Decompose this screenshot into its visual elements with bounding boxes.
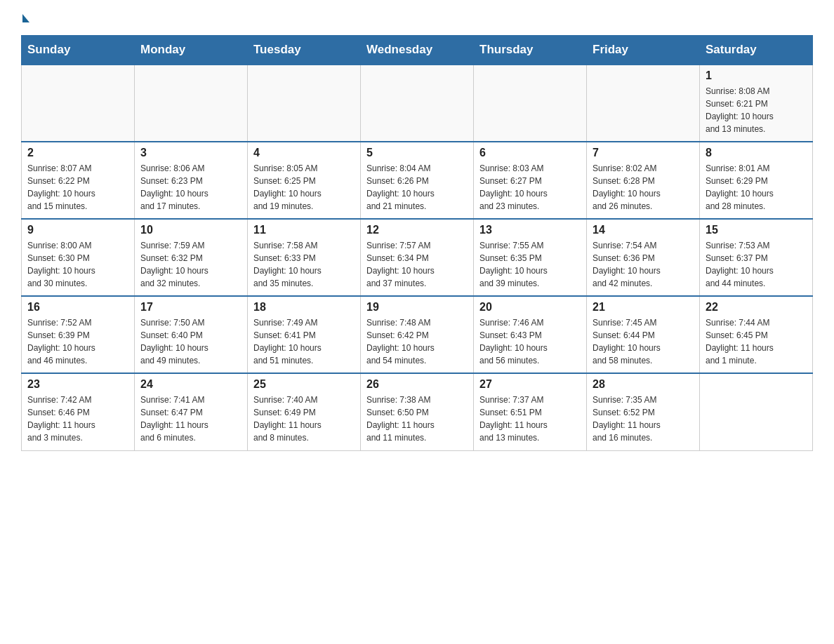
day-number: 24 [140, 378, 241, 391]
week-row-2: 2Sunrise: 8:07 AM Sunset: 6:22 PM Daylig… [22, 142, 813, 219]
day-info: Sunrise: 8:05 AM Sunset: 6:25 PM Dayligh… [253, 162, 355, 213]
calendar-cell: 3Sunrise: 8:06 AM Sunset: 6:23 PM Daylig… [135, 142, 248, 219]
day-number: 9 [27, 224, 128, 236]
calendar-cell: 20Sunrise: 7:46 AM Sunset: 6:43 PM Dayli… [474, 296, 587, 373]
day-number: 13 [479, 224, 581, 236]
day-number: 4 [253, 147, 355, 159]
calendar-cell: 4Sunrise: 8:05 AM Sunset: 6:25 PM Daylig… [248, 142, 361, 219]
day-info: Sunrise: 7:44 AM Sunset: 6:45 PM Dayligh… [706, 316, 807, 367]
day-info: Sunrise: 8:01 AM Sunset: 6:29 PM Dayligh… [706, 162, 807, 213]
day-number: 6 [479, 147, 581, 159]
day-header-wednesday: Wednesday [361, 36, 474, 65]
day-header-saturday: Saturday [700, 36, 813, 65]
day-number: 7 [593, 147, 694, 159]
week-row-1: 1Sunrise: 8:08 AM Sunset: 6:21 PM Daylig… [22, 65, 813, 142]
calendar-cell: 24Sunrise: 7:41 AM Sunset: 6:47 PM Dayli… [135, 373, 248, 450]
day-number: 19 [366, 301, 468, 314]
week-row-4: 16Sunrise: 7:52 AM Sunset: 6:39 PM Dayli… [22, 296, 813, 373]
day-info: Sunrise: 8:03 AM Sunset: 6:27 PM Dayligh… [479, 162, 581, 213]
day-info: Sunrise: 7:55 AM Sunset: 6:35 PM Dayligh… [479, 239, 581, 290]
day-info: Sunrise: 8:04 AM Sunset: 6:26 PM Dayligh… [366, 162, 468, 213]
calendar-cell: 5Sunrise: 8:04 AM Sunset: 6:26 PM Daylig… [361, 142, 474, 219]
day-number: 10 [140, 224, 241, 236]
day-number: 17 [140, 301, 241, 314]
calendar-cell: 27Sunrise: 7:37 AM Sunset: 6:51 PM Dayli… [474, 373, 587, 450]
day-header-sunday: Sunday [22, 36, 135, 65]
calendar-cell: 10Sunrise: 7:59 AM Sunset: 6:32 PM Dayli… [135, 219, 248, 296]
page-header [21, 14, 813, 21]
calendar-cell [248, 65, 361, 142]
calendar-cell [474, 65, 587, 142]
day-number: 3 [140, 147, 241, 159]
calendar-cell: 7Sunrise: 8:02 AM Sunset: 6:28 PM Daylig… [587, 142, 700, 219]
day-info: Sunrise: 7:49 AM Sunset: 6:41 PM Dayligh… [253, 316, 355, 367]
day-info: Sunrise: 7:45 AM Sunset: 6:44 PM Dayligh… [593, 316, 694, 367]
calendar-cell [587, 65, 700, 142]
calendar-cell: 25Sunrise: 7:40 AM Sunset: 6:49 PM Dayli… [248, 373, 361, 450]
calendar-cell [361, 65, 474, 142]
calendar-cell [700, 373, 813, 450]
day-info: Sunrise: 7:38 AM Sunset: 6:50 PM Dayligh… [366, 394, 468, 444]
day-info: Sunrise: 7:53 AM Sunset: 6:37 PM Dayligh… [706, 239, 807, 290]
calendar-cell: 28Sunrise: 7:35 AM Sunset: 6:52 PM Dayli… [587, 373, 700, 450]
calendar-cell: 8Sunrise: 8:01 AM Sunset: 6:29 PM Daylig… [700, 142, 813, 219]
calendar-cell: 26Sunrise: 7:38 AM Sunset: 6:50 PM Dayli… [361, 373, 474, 450]
day-number: 26 [366, 378, 468, 391]
day-number: 14 [593, 224, 694, 236]
day-info: Sunrise: 7:40 AM Sunset: 6:49 PM Dayligh… [253, 394, 355, 444]
day-info: Sunrise: 7:50 AM Sunset: 6:40 PM Dayligh… [140, 316, 241, 367]
calendar-cell: 19Sunrise: 7:48 AM Sunset: 6:42 PM Dayli… [361, 296, 474, 373]
calendar-cell: 9Sunrise: 8:00 AM Sunset: 6:30 PM Daylig… [22, 219, 135, 296]
day-number: 23 [27, 378, 128, 391]
day-number: 25 [253, 378, 355, 391]
day-number: 21 [593, 301, 694, 314]
logo [21, 14, 29, 21]
day-number: 12 [366, 224, 468, 236]
logo-arrow-icon [22, 14, 29, 22]
day-info: Sunrise: 7:59 AM Sunset: 6:32 PM Dayligh… [140, 239, 241, 290]
day-info: Sunrise: 8:00 AM Sunset: 6:30 PM Dayligh… [27, 239, 128, 290]
day-number: 20 [479, 301, 581, 314]
day-number: 16 [27, 301, 128, 314]
day-number: 27 [479, 378, 581, 391]
day-info: Sunrise: 7:37 AM Sunset: 6:51 PM Dayligh… [479, 394, 581, 444]
calendar-cell: 11Sunrise: 7:58 AM Sunset: 6:33 PM Dayli… [248, 219, 361, 296]
calendar-cell [22, 65, 135, 142]
day-info: Sunrise: 7:58 AM Sunset: 6:33 PM Dayligh… [253, 239, 355, 290]
day-number: 15 [706, 224, 807, 236]
day-info: Sunrise: 8:07 AM Sunset: 6:22 PM Dayligh… [27, 162, 128, 213]
day-info: Sunrise: 7:57 AM Sunset: 6:34 PM Dayligh… [366, 239, 468, 290]
calendar-cell: 23Sunrise: 7:42 AM Sunset: 6:46 PM Dayli… [22, 373, 135, 450]
day-header-friday: Friday [587, 36, 700, 65]
calendar-cell: 6Sunrise: 8:03 AM Sunset: 6:27 PM Daylig… [474, 142, 587, 219]
day-info: Sunrise: 7:46 AM Sunset: 6:43 PM Dayligh… [479, 316, 581, 367]
day-header-monday: Monday [135, 36, 248, 65]
day-info: Sunrise: 7:54 AM Sunset: 6:36 PM Dayligh… [593, 239, 694, 290]
day-info: Sunrise: 7:52 AM Sunset: 6:39 PM Dayligh… [27, 316, 128, 367]
calendar-cell: 1Sunrise: 8:08 AM Sunset: 6:21 PM Daylig… [700, 65, 813, 142]
day-number: 18 [253, 301, 355, 314]
calendar-cell: 22Sunrise: 7:44 AM Sunset: 6:45 PM Dayli… [700, 296, 813, 373]
calendar-cell: 2Sunrise: 8:07 AM Sunset: 6:22 PM Daylig… [22, 142, 135, 219]
calendar-cell: 15Sunrise: 7:53 AM Sunset: 6:37 PM Dayli… [700, 219, 813, 296]
calendar-cell: 13Sunrise: 7:55 AM Sunset: 6:35 PM Dayli… [474, 219, 587, 296]
day-headers-row: SundayMondayTuesdayWednesdayThursdayFrid… [22, 36, 813, 65]
calendar-cell [135, 65, 248, 142]
day-info: Sunrise: 8:08 AM Sunset: 6:21 PM Dayligh… [706, 85, 807, 135]
day-info: Sunrise: 7:48 AM Sunset: 6:42 PM Dayligh… [366, 316, 468, 367]
calendar-table: SundayMondayTuesdayWednesdayThursdayFrid… [21, 35, 813, 451]
calendar-cell: 17Sunrise: 7:50 AM Sunset: 6:40 PM Dayli… [135, 296, 248, 373]
calendar-cell: 12Sunrise: 7:57 AM Sunset: 6:34 PM Dayli… [361, 219, 474, 296]
day-number: 1 [706, 69, 807, 82]
day-number: 5 [366, 147, 468, 159]
day-number: 28 [593, 378, 694, 391]
day-number: 22 [706, 301, 807, 314]
day-number: 11 [253, 224, 355, 236]
calendar-cell: 16Sunrise: 7:52 AM Sunset: 6:39 PM Dayli… [22, 296, 135, 373]
day-info: Sunrise: 7:42 AM Sunset: 6:46 PM Dayligh… [27, 394, 128, 444]
week-row-3: 9Sunrise: 8:00 AM Sunset: 6:30 PM Daylig… [22, 219, 813, 296]
calendar-cell: 21Sunrise: 7:45 AM Sunset: 6:44 PM Dayli… [587, 296, 700, 373]
day-header-thursday: Thursday [474, 36, 587, 65]
calendar-cell: 18Sunrise: 7:49 AM Sunset: 6:41 PM Dayli… [248, 296, 361, 373]
calendar-cell: 14Sunrise: 7:54 AM Sunset: 6:36 PM Dayli… [587, 219, 700, 296]
